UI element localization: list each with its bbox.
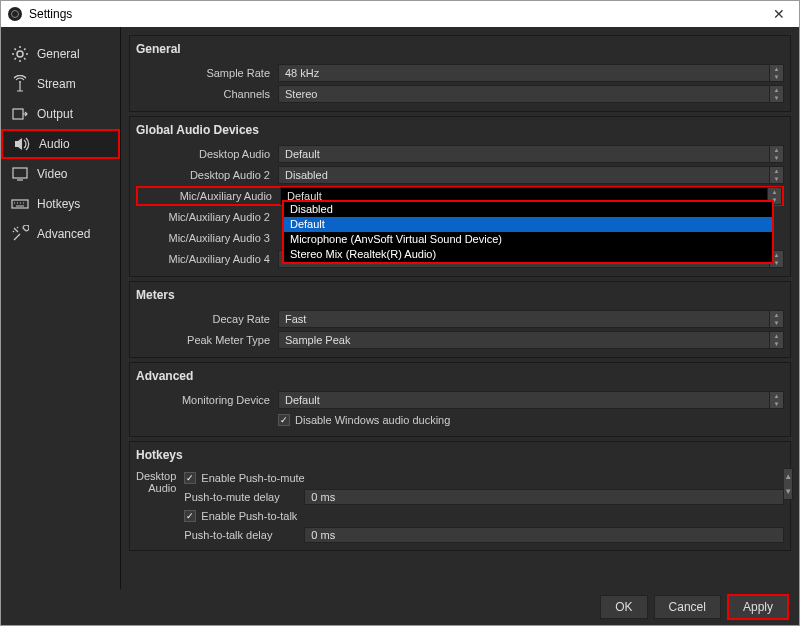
spinner-icon[interactable]: ▲▼ [784,468,793,500]
section-title: Hotkeys [136,446,784,468]
decay-label: Decay Rate [136,313,278,325]
section-advanced: Advanced Monitoring Device Default ▲▼ Di… [129,362,791,437]
sidebar-item-hotkeys[interactable]: Hotkeys [1,189,120,219]
dropdown-option[interactable]: Microphone (AnvSoft Virtual Sound Device… [284,232,772,247]
dropdown-option[interactable]: Disabled [284,202,772,217]
mic1-dropdown-list[interactable]: Disabled Default Microphone (AnvSoft Vir… [282,200,774,264]
sidebar-item-stream[interactable]: Stream [1,69,120,99]
output-icon [11,105,29,123]
mic2-label: Mic/Auxiliary Audio 2 [136,211,278,223]
duck-checkbox[interactable] [278,414,290,426]
decay-select[interactable]: Fast [278,310,770,328]
peak-select[interactable]: Sample Peak [278,331,770,349]
section-title: Global Audio Devices [136,121,784,143]
mic1-label: Mic/Auxiliary Audio [138,190,280,202]
section-global-audio: Global Audio Devices Desktop Audio Defau… [129,116,791,277]
sample-rate-label: Sample Rate [136,67,278,79]
svg-point-2 [17,51,23,57]
ptm-delay-label: Push-to-mute delay [184,491,304,503]
channels-select[interactable]: Stereo [278,85,770,103]
sidebar-item-label: Advanced [37,227,90,241]
svg-point-3 [19,81,21,83]
ptm-label: Enable Push-to-mute [201,472,304,484]
sidebar-item-audio[interactable]: Audio [1,129,120,159]
sample-rate-select[interactable]: 48 kHz [278,64,770,82]
ptm-checkbox[interactable] [184,472,196,484]
tools-icon [11,225,29,243]
antenna-icon [11,75,29,93]
desktop-audio-select[interactable]: Default [278,145,770,163]
spinner-icon[interactable]: ▲▼ [770,64,784,82]
titlebar: Settings ✕ [1,1,799,27]
sidebar-item-label: Stream [37,77,76,91]
settings-window: Settings ✕ General Stream Output [0,0,800,626]
mic3-label: Mic/Auxiliary Audio 3 [136,232,278,244]
section-general: General Sample Rate 48 kHz ▲▼ Channels S… [129,35,791,112]
sidebar-item-output[interactable]: Output [1,99,120,129]
sidebar-item-general[interactable]: General [1,39,120,69]
speaker-icon [13,135,31,153]
sidebar-item-label: General [37,47,80,61]
sidebar-item-video[interactable]: Video [1,159,120,189]
sidebar-item-label: Video [37,167,67,181]
close-button[interactable]: ✕ [765,6,793,22]
spinner-icon[interactable]: ▲▼ [770,85,784,103]
ptm-delay-field[interactable]: 0 ms [304,489,784,505]
monitor-icon [11,165,29,183]
svg-rect-5 [13,168,27,178]
ptt-label: Enable Push-to-talk [201,510,297,522]
monitor-label: Monitoring Device [136,394,278,406]
ok-button[interactable]: OK [600,595,647,619]
spinner-icon[interactable]: ▲▼ [770,331,784,349]
sidebar-item-label: Audio [39,137,70,151]
svg-rect-6 [12,200,28,208]
channels-label: Channels [136,88,278,100]
obs-icon [7,6,23,22]
dropdown-option[interactable]: Stereo Mix (Realtek(R) Audio) [284,247,772,262]
spinner-icon[interactable]: ▲▼ [770,310,784,328]
section-title: Advanced [136,367,784,389]
dropdown-option-selected[interactable]: Default [284,217,772,232]
footer: OK Cancel Apply [1,589,799,625]
desktop-audio-label: Desktop Audio [136,148,278,160]
hotkeys-desktop-label: Desktop Audio [136,468,184,544]
section-title: General [136,40,784,62]
duck-label: Disable Windows audio ducking [295,414,450,426]
svg-point-0 [8,7,22,21]
section-title: Meters [136,286,784,308]
ptt-delay-label: Push-to-talk delay [184,529,304,541]
ptt-delay-field[interactable]: 0 ms [304,527,784,543]
ptt-checkbox[interactable] [184,510,196,522]
spinner-icon[interactable]: ▲▼ [770,145,784,163]
sidebar-item-label: Hotkeys [37,197,80,211]
section-meters: Meters Decay Rate Fast ▲▼ Peak Meter Typ… [129,281,791,358]
svg-rect-4 [13,109,23,119]
peak-label: Peak Meter Type [136,334,278,346]
spinner-icon[interactable]: ▲▼ [770,391,784,409]
sidebar: General Stream Output Audio Video [1,27,121,589]
window-title: Settings [29,7,72,21]
desktop-audio2-label: Desktop Audio 2 [136,169,278,181]
keyboard-icon [11,195,29,213]
section-hotkeys: Hotkeys Desktop Audio Enable Push-to-mut… [129,441,791,551]
cancel-button[interactable]: Cancel [654,595,721,619]
sidebar-item-advanced[interactable]: Advanced [1,219,120,249]
mic4-label: Mic/Auxiliary Audio 4 [136,253,278,265]
monitor-select[interactable]: Default [278,391,770,409]
sidebar-item-label: Output [37,107,73,121]
gear-icon [11,45,29,63]
apply-button[interactable]: Apply [727,594,789,620]
spinner-icon[interactable]: ▲▼ [770,166,784,184]
desktop-audio2-select[interactable]: Disabled [278,166,770,184]
settings-content: General Sample Rate 48 kHz ▲▼ Channels S… [121,27,799,589]
